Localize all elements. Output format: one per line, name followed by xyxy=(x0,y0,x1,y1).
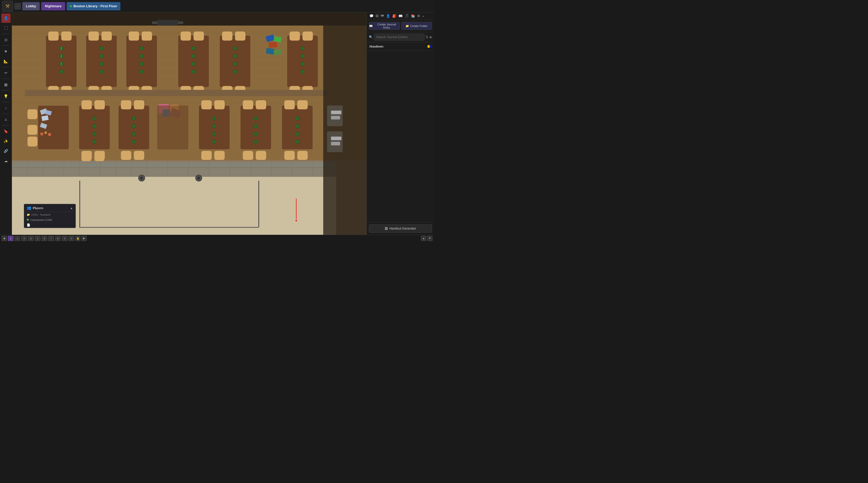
tool-effects[interactable]: ✨ xyxy=(1,136,11,146)
right-panel-content[interactable] xyxy=(367,51,434,222)
svg-rect-114 xyxy=(134,151,144,160)
tool-bookmark[interactable]: 🔖 xyxy=(1,127,11,136)
tool-combat[interactable]: ⚔ xyxy=(1,115,11,124)
tool-chain[interactable]: 🔗 xyxy=(1,146,11,156)
tool-walls[interactable]: ▦ xyxy=(1,80,11,89)
chat-icon[interactable]: 💬 xyxy=(369,13,374,19)
scene-arrow-left[interactable]: ◀ xyxy=(2,236,7,241)
svg-rect-15 xyxy=(178,22,183,24)
svg-point-152 xyxy=(296,132,299,136)
svg-rect-100 xyxy=(94,100,105,109)
svg-point-115 xyxy=(132,117,136,120)
dice-icon[interactable]: ⚄ xyxy=(375,13,379,19)
tool-sep-2 xyxy=(2,45,10,46)
svg-point-47 xyxy=(140,62,144,66)
players-label: Players xyxy=(33,206,43,210)
search-bar: 🔍 ⇅ ◈ xyxy=(367,32,434,42)
handout-generator-button[interactable]: 🖼 Handout Generator xyxy=(369,224,432,233)
scene-lock[interactable]: 🔒 xyxy=(75,236,81,241)
players-header[interactable]: 👥 Players ▲ xyxy=(24,204,75,212)
svg-rect-149 xyxy=(297,151,308,160)
svg-rect-87 xyxy=(28,109,37,119)
sort-icon[interactable]: ⇅ xyxy=(426,35,428,39)
scene-1[interactable]: 1 xyxy=(8,236,13,241)
canvas-area[interactable]: 👥 Players ▲ 📁 1920s - Standard Gamemaste… xyxy=(12,12,367,235)
items-icon[interactable]: 🎒 xyxy=(392,13,397,19)
svg-rect-182 xyxy=(331,111,341,115)
actors-icon[interactable]: 👤 xyxy=(385,13,391,19)
svg-rect-18 xyxy=(48,32,59,41)
logo-icon: ⚒ xyxy=(5,3,9,9)
create-folder-button[interactable]: 📁 Create Folder xyxy=(401,22,432,30)
map-icon[interactable]: 🗺 xyxy=(380,13,384,19)
scene-6[interactable]: 6 xyxy=(41,236,47,241)
players-extra-btn[interactable]: 📄 xyxy=(24,222,75,228)
minimize-button[interactable]: − xyxy=(14,3,21,9)
playlists-icon[interactable]: 🎵 xyxy=(404,13,409,19)
svg-point-76 xyxy=(301,55,304,58)
scene-arrow-down[interactable]: ▼ xyxy=(427,236,432,241)
journal-icon[interactable]: 📖 xyxy=(398,13,403,19)
svg-rect-82 xyxy=(266,48,275,55)
tool-target[interactable]: ◎ xyxy=(1,35,11,44)
svg-rect-175 xyxy=(258,181,259,227)
scene-0[interactable]: 0 xyxy=(68,236,74,241)
scene-3[interactable]: 3 xyxy=(21,236,27,241)
scene-arrow-right[interactable]: ▶ xyxy=(82,236,87,241)
svg-point-25 xyxy=(59,70,63,74)
tool-select[interactable]: 👤 xyxy=(1,13,11,23)
search-input[interactable] xyxy=(374,34,425,40)
svg-rect-174 xyxy=(80,181,80,227)
tool-light[interactable]: 💡 xyxy=(1,92,11,101)
svg-rect-128 xyxy=(201,151,212,160)
svg-rect-123 xyxy=(157,105,188,150)
tool-sep-5 xyxy=(2,90,10,91)
tab-nightmare[interactable]: Nightmare xyxy=(41,2,65,10)
tab-lobby[interactable]: Lobby xyxy=(22,2,40,10)
scene-7[interactable]: 7 xyxy=(48,236,54,241)
svg-rect-42 xyxy=(142,32,152,41)
svg-rect-127 xyxy=(214,100,225,109)
svg-rect-61 xyxy=(222,32,232,41)
svg-rect-29 xyxy=(86,36,117,88)
svg-rect-180 xyxy=(323,25,367,235)
create-journal-button[interactable]: 📖 Create Journal Entry xyxy=(369,22,400,30)
svg-point-95 xyxy=(44,131,47,134)
tool-shapes[interactable]: ❖ xyxy=(1,47,11,56)
scene-5[interactable]: 5 xyxy=(35,236,40,241)
right-panel: 💬 ⚄ 🗺 👤 🎒 📖 🎵 📚 ⚙ ● 📖 Create Journal Ent… xyxy=(367,12,434,235)
scene-8[interactable]: 8 xyxy=(55,236,61,241)
svg-rect-111 xyxy=(121,100,131,109)
svg-point-35 xyxy=(100,47,103,50)
svg-point-106 xyxy=(93,140,96,144)
red-arrow-indicator xyxy=(296,198,297,219)
tool-fullscreen[interactable]: ⛶ xyxy=(1,23,11,33)
svg-rect-13 xyxy=(157,20,178,26)
compendium-icon[interactable]: 📚 xyxy=(410,13,415,19)
svg-point-103 xyxy=(93,117,96,120)
main-content: 👤 ⛶ ◎ ❖ 📐 ✏ ▦ 💡 ♪ ⚔ 🔖 ✨ 🔗 ☁ xyxy=(0,12,434,235)
tool-cloud[interactable]: ☁ xyxy=(1,156,11,165)
svg-rect-19 xyxy=(61,32,71,41)
svg-point-143 xyxy=(254,140,257,144)
svg-rect-148 xyxy=(284,151,295,160)
filter-icon[interactable]: ◈ xyxy=(429,35,432,39)
svg-rect-39 xyxy=(126,36,157,88)
tool-sep-4 xyxy=(2,78,10,79)
svg-rect-183 xyxy=(331,116,340,120)
svg-point-48 xyxy=(140,70,144,74)
tool-ruler[interactable]: 📐 xyxy=(1,57,11,66)
scene-9[interactable]: 9 xyxy=(62,236,67,241)
svg-rect-139 xyxy=(256,151,266,160)
tab-scene[interactable]: Boston Library - First Floor xyxy=(67,2,120,10)
tool-draw[interactable]: ✏ xyxy=(1,68,11,77)
scene-2[interactable]: 2 xyxy=(14,236,20,241)
right-panel-footer: 🖼 Handout Generator xyxy=(367,222,434,235)
settings-icon[interactable]: ⚙ xyxy=(416,13,421,19)
top-bar: ⚒ − Lobby Nightmare Boston Library - Fir… xyxy=(0,0,434,12)
scene-arrow-up[interactable]: ▲ xyxy=(421,236,426,241)
svg-rect-129 xyxy=(214,151,225,160)
scene-4[interactable]: 4 xyxy=(28,236,34,241)
svg-point-151 xyxy=(296,125,299,128)
tool-music[interactable]: ♪ xyxy=(1,103,11,112)
